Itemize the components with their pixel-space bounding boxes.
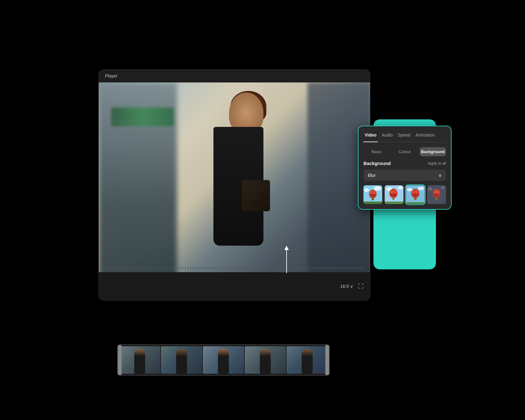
section-title: Background (363, 161, 391, 166)
panel-section-header: Background Apply to all (363, 161, 446, 166)
svg-rect-22 (415, 190, 416, 197)
svg-point-1 (364, 188, 369, 192)
thumbnail-2[interactable] (385, 185, 403, 204)
playhead[interactable] (286, 248, 287, 273)
svg-point-19 (407, 188, 412, 191)
sub-tab-background[interactable]: Background (420, 147, 446, 156)
player-title: Player (105, 73, 118, 78)
timeline-thumb-3 (203, 346, 244, 374)
svg-point-29 (441, 187, 445, 189)
svg-rect-4 (372, 190, 373, 197)
settings-panel: Video Audio Speed Animation Basic Cutout… (358, 126, 452, 210)
woman-figure (180, 92, 299, 285)
svg-rect-13 (393, 190, 394, 197)
blur-dropdown-value: Blur (368, 173, 376, 178)
player-bottom-bar: 16:9 ∨ ⛶ (99, 272, 370, 300)
aspect-ratio-selector[interactable]: 16:9 ∨ (340, 284, 353, 289)
timeline-thumb-4 (245, 346, 286, 374)
panel-sub-tabs: Basic Cutout Background (363, 147, 446, 156)
blur-dropdown[interactable]: Blur ∨ (363, 170, 446, 181)
svg-point-20 (418, 187, 424, 190)
panel-main-tabs: Video Audio Speed Animation (363, 131, 446, 142)
background-thumbnail-grid (363, 185, 446, 204)
svg-point-28 (428, 188, 433, 191)
scene-container: Player (98, 69, 427, 351)
tab-animation[interactable]: Animation (414, 131, 436, 139)
timeline-thumb-1 (119, 346, 160, 374)
thumbnail-3[interactable] (406, 185, 425, 204)
fullscreen-button[interactable]: ⛶ (358, 283, 364, 290)
timeline-right-handle[interactable] (325, 345, 329, 375)
svg-rect-17 (385, 202, 403, 204)
tab-audio[interactable]: Audio (380, 131, 394, 139)
tab-speed[interactable]: Speed (397, 131, 412, 139)
thumbnail-4[interactable] (427, 185, 446, 204)
woman-bag (242, 180, 270, 211)
player-window: Player (98, 69, 370, 301)
svg-rect-32 (435, 198, 438, 200)
video-train-element (111, 108, 174, 126)
tab-video[interactable]: Video (363, 131, 378, 139)
player-video (99, 82, 370, 285)
player-header: Player (99, 70, 370, 82)
aspect-ratio-value: 16:9 (340, 284, 349, 289)
svg-rect-8 (363, 202, 382, 204)
apply-all-link[interactable]: Apply to all (428, 161, 446, 166)
svg-rect-23 (414, 198, 417, 200)
timeline-left-handle[interactable] (118, 345, 122, 375)
timeline-thumb-5 (287, 346, 328, 374)
ratio-chevron-icon: ∨ (350, 284, 353, 289)
svg-point-11 (398, 186, 403, 189)
svg-rect-31 (436, 190, 437, 197)
svg-rect-26 (406, 202, 425, 204)
sub-tab-cutout[interactable]: Cutout (392, 147, 418, 156)
dropdown-chevron-icon: ∨ (438, 173, 442, 178)
svg-point-2 (374, 186, 381, 191)
timeline-thumb-2 (161, 346, 202, 374)
sub-tab-basic[interactable]: Basic (363, 147, 390, 156)
thumbnail-1[interactable] (363, 185, 382, 204)
timeline-tick-marks (105, 267, 364, 269)
timeline-strip[interactable] (117, 344, 330, 376)
